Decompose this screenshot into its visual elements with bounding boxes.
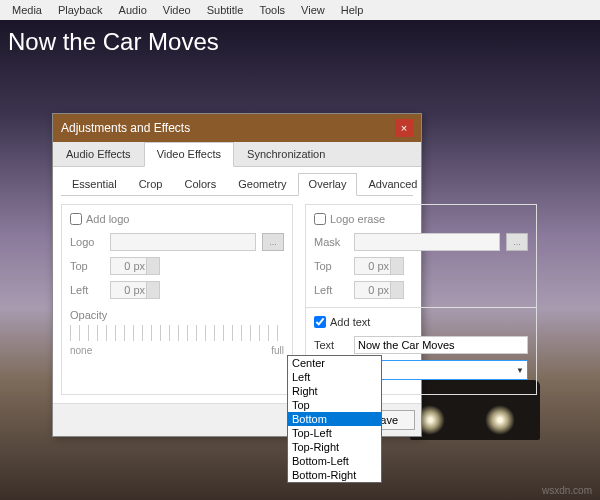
add-text-checkbox[interactable] bbox=[314, 316, 326, 328]
watermark: wsxdn.com bbox=[542, 485, 592, 496]
erase-top-label: Top bbox=[314, 260, 348, 272]
subtab-essential[interactable]: Essential bbox=[61, 173, 128, 195]
text-field-input[interactable] bbox=[354, 336, 528, 354]
close-icon[interactable]: × bbox=[395, 119, 413, 137]
menu-video[interactable]: Video bbox=[155, 4, 199, 16]
add-logo-label: Add logo bbox=[86, 213, 129, 225]
tab-audio-effects[interactable]: Audio Effects bbox=[53, 142, 144, 166]
video-content bbox=[485, 405, 515, 435]
mask-input[interactable] bbox=[354, 233, 500, 251]
subtab-geometry[interactable]: Geometry bbox=[227, 173, 297, 195]
logo-path-label: Logo bbox=[70, 236, 104, 248]
opacity-min-label: none bbox=[70, 345, 92, 356]
menu-tools[interactable]: Tools bbox=[251, 4, 293, 16]
logo-erase-label: Logo erase bbox=[330, 213, 385, 225]
mask-label: Mask bbox=[314, 236, 348, 248]
subtab-overlay[interactable]: Overlay bbox=[298, 173, 358, 196]
mask-browse-button[interactable]: ... bbox=[506, 233, 528, 251]
position-option-bottom[interactable]: Bottom bbox=[288, 412, 381, 426]
menu-help[interactable]: Help bbox=[333, 4, 372, 16]
erase-top-spinner[interactable]: 0 px bbox=[354, 257, 404, 275]
add-text-label: Add text bbox=[330, 316, 370, 328]
opacity-label: Opacity bbox=[70, 309, 284, 321]
subtab-advanced[interactable]: Advanced bbox=[357, 173, 428, 195]
position-option-bottom-right[interactable]: Bottom-Right bbox=[288, 468, 381, 482]
logo-path-input[interactable] bbox=[110, 233, 256, 251]
video-overlay-text: Now the Car Moves bbox=[8, 28, 219, 56]
main-tabs: Audio Effects Video Effects Synchronizat… bbox=[53, 142, 421, 167]
logo-browse-button[interactable]: ... bbox=[262, 233, 284, 251]
add-logo-checkbox[interactable] bbox=[70, 213, 82, 225]
menu-playback[interactable]: Playback bbox=[50, 4, 111, 16]
subtab-crop[interactable]: Crop bbox=[128, 173, 174, 195]
logo-top-spinner[interactable]: 0 px bbox=[110, 257, 160, 275]
erase-left-label: Left bbox=[314, 284, 348, 296]
position-option-right[interactable]: Right bbox=[288, 384, 381, 398]
menu-media[interactable]: Media bbox=[4, 4, 50, 16]
position-option-top-right[interactable]: Top-Right bbox=[288, 440, 381, 454]
menu-subtitle[interactable]: Subtitle bbox=[199, 4, 252, 16]
erase-left-spinner[interactable]: 0 px bbox=[354, 281, 404, 299]
logo-erase-checkbox[interactable] bbox=[314, 213, 326, 225]
sub-tabs: Essential Crop Colors Geometry Overlay A… bbox=[61, 173, 413, 196]
position-option-left[interactable]: Left bbox=[288, 370, 381, 384]
logo-left-spinner[interactable]: 0 px bbox=[110, 281, 160, 299]
opacity-max-label: full bbox=[271, 345, 284, 356]
logo-left-label: Left bbox=[70, 284, 104, 296]
add-logo-panel: Add logo Logo ... Top 0 px Left 0 px Opa… bbox=[61, 204, 293, 395]
subtab-colors[interactable]: Colors bbox=[173, 173, 227, 195]
position-option-top-left[interactable]: Top-Left bbox=[288, 426, 381, 440]
menu-view[interactable]: View bbox=[293, 4, 333, 16]
position-option-top[interactable]: Top bbox=[288, 398, 381, 412]
menu-audio[interactable]: Audio bbox=[111, 4, 155, 16]
dialog-titlebar[interactable]: Adjustments and Effects × bbox=[53, 114, 421, 142]
position-dropdown-list: Center Left Right Top Bottom Top-Left To… bbox=[287, 355, 382, 483]
position-option-center[interactable]: Center bbox=[288, 356, 381, 370]
dialog-title-text: Adjustments and Effects bbox=[61, 121, 190, 135]
tab-synchronization[interactable]: Synchronization bbox=[234, 142, 338, 166]
text-field-label: Text bbox=[314, 339, 348, 351]
menu-bar: Media Playback Audio Video Subtitle Tool… bbox=[0, 0, 600, 20]
tab-video-effects[interactable]: Video Effects bbox=[144, 142, 234, 167]
position-option-bottom-left[interactable]: Bottom-Left bbox=[288, 454, 381, 468]
logo-top-label: Top bbox=[70, 260, 104, 272]
opacity-slider[interactable] bbox=[70, 325, 284, 341]
